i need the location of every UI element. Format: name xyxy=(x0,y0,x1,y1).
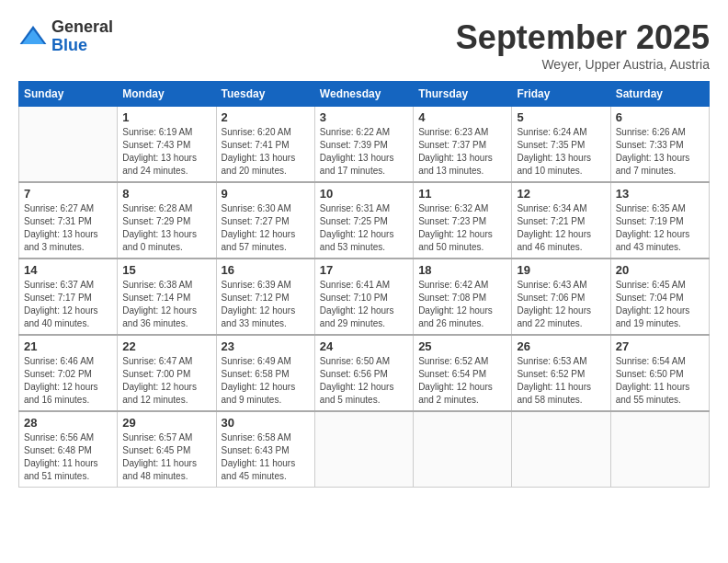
day-number: 20 xyxy=(616,263,704,277)
day-number: 13 xyxy=(616,187,704,201)
calendar-cell xyxy=(512,411,610,488)
calendar-week-row: 1Sunrise: 6:19 AMSunset: 7:43 PMDaylight… xyxy=(19,107,710,183)
day-info: Sunrise: 6:20 AMSunset: 7:41 PMDaylight:… xyxy=(222,126,310,178)
day-number: 30 xyxy=(222,416,310,430)
day-info: Sunrise: 6:19 AMSunset: 7:43 PMDaylight:… xyxy=(122,126,210,178)
column-header-saturday: Saturday xyxy=(610,82,709,107)
calendar-cell: 16Sunrise: 6:39 AMSunset: 7:12 PMDayligh… xyxy=(216,259,314,335)
day-number: 2 xyxy=(222,110,310,124)
day-number: 14 xyxy=(24,263,112,277)
calendar-cell: 10Sunrise: 6:31 AMSunset: 7:25 PMDayligh… xyxy=(314,182,413,259)
calendar-cell: 19Sunrise: 6:43 AMSunset: 7:06 PMDayligh… xyxy=(512,259,610,335)
day-info: Sunrise: 6:22 AMSunset: 7:39 PMDaylight:… xyxy=(320,126,408,178)
calendar-cell xyxy=(414,411,512,488)
day-info: Sunrise: 6:43 AMSunset: 7:06 PMDaylight:… xyxy=(517,279,605,330)
logo: General Blue xyxy=(18,18,113,55)
day-info: Sunrise: 6:35 AMSunset: 7:19 PMDaylight:… xyxy=(616,202,704,254)
calendar-cell: 6Sunrise: 6:26 AMSunset: 7:33 PMDaylight… xyxy=(610,107,709,183)
day-info: Sunrise: 6:53 AMSunset: 6:52 PMDaylight:… xyxy=(517,355,605,407)
day-info: Sunrise: 6:30 AMSunset: 7:27 PMDaylight:… xyxy=(222,202,310,254)
column-header-thursday: Thursday xyxy=(414,82,512,107)
calendar-cell: 23Sunrise: 6:49 AMSunset: 6:58 PMDayligh… xyxy=(216,335,314,411)
day-info: Sunrise: 6:23 AMSunset: 7:37 PMDaylight:… xyxy=(418,126,506,178)
day-number: 15 xyxy=(122,263,210,277)
calendar-cell: 4Sunrise: 6:23 AMSunset: 7:37 PMDaylight… xyxy=(414,107,512,183)
day-info: Sunrise: 6:46 AMSunset: 7:02 PMDaylight:… xyxy=(24,355,112,407)
day-number: 19 xyxy=(517,263,605,277)
day-info: Sunrise: 6:32 AMSunset: 7:23 PMDaylight:… xyxy=(418,202,506,254)
day-number: 4 xyxy=(418,110,506,124)
calendar-week-row: 14Sunrise: 6:37 AMSunset: 7:17 PMDayligh… xyxy=(19,259,710,335)
day-info: Sunrise: 6:52 AMSunset: 6:54 PMDaylight:… xyxy=(418,355,506,407)
day-number: 24 xyxy=(320,339,408,353)
logo-text: General Blue xyxy=(51,18,113,55)
calendar-cell: 2Sunrise: 6:20 AMSunset: 7:41 PMDaylight… xyxy=(216,107,314,183)
calendar-cell: 24Sunrise: 6:50 AMSunset: 6:56 PMDayligh… xyxy=(314,335,413,411)
day-number: 28 xyxy=(24,416,112,430)
logo-icon xyxy=(18,22,48,52)
calendar-week-row: 28Sunrise: 6:56 AMSunset: 6:48 PMDayligh… xyxy=(19,411,710,488)
day-info: Sunrise: 6:50 AMSunset: 6:56 PMDaylight:… xyxy=(320,355,408,407)
calendar-cell: 18Sunrise: 6:42 AMSunset: 7:08 PMDayligh… xyxy=(414,259,512,335)
calendar-header-row: SundayMondayTuesdayWednesdayThursdayFrid… xyxy=(19,82,710,107)
calendar-cell: 27Sunrise: 6:54 AMSunset: 6:50 PMDayligh… xyxy=(610,335,709,411)
header: General Blue September 2025 Weyer, Upper… xyxy=(18,18,710,72)
calendar-cell: 25Sunrise: 6:52 AMSunset: 6:54 PMDayligh… xyxy=(414,335,512,411)
day-number: 7 xyxy=(24,187,112,201)
day-number: 11 xyxy=(418,187,506,201)
day-info: Sunrise: 6:27 AMSunset: 7:31 PMDaylight:… xyxy=(24,202,112,254)
day-info: Sunrise: 6:47 AMSunset: 7:00 PMDaylight:… xyxy=(122,355,210,407)
day-number: 1 xyxy=(122,110,210,124)
day-info: Sunrise: 6:39 AMSunset: 7:12 PMDaylight:… xyxy=(222,279,310,330)
day-number: 12 xyxy=(517,187,605,201)
title-area: September 2025 Weyer, Upper Austria, Aus… xyxy=(456,18,710,72)
day-info: Sunrise: 6:28 AMSunset: 7:29 PMDaylight:… xyxy=(122,202,210,254)
logo-blue: Blue xyxy=(51,36,87,54)
day-number: 8 xyxy=(122,187,210,201)
month-title: September 2025 xyxy=(456,18,710,57)
day-number: 3 xyxy=(320,110,408,124)
day-info: Sunrise: 6:45 AMSunset: 7:04 PMDaylight:… xyxy=(616,279,704,330)
day-number: 6 xyxy=(616,110,704,124)
column-header-sunday: Sunday xyxy=(19,82,118,107)
calendar-cell xyxy=(19,107,118,183)
day-info: Sunrise: 6:42 AMSunset: 7:08 PMDaylight:… xyxy=(418,279,506,330)
day-number: 21 xyxy=(24,339,112,353)
calendar-cell: 12Sunrise: 6:34 AMSunset: 7:21 PMDayligh… xyxy=(512,182,610,259)
location-title: Weyer, Upper Austria, Austria xyxy=(456,57,710,72)
day-info: Sunrise: 6:37 AMSunset: 7:17 PMDaylight:… xyxy=(24,279,112,330)
day-info: Sunrise: 6:49 AMSunset: 6:58 PMDaylight:… xyxy=(222,355,310,407)
calendar-week-row: 7Sunrise: 6:27 AMSunset: 7:31 PMDaylight… xyxy=(19,182,710,259)
calendar-cell: 5Sunrise: 6:24 AMSunset: 7:35 PMDaylight… xyxy=(512,107,610,183)
calendar-cell: 11Sunrise: 6:32 AMSunset: 7:23 PMDayligh… xyxy=(414,182,512,259)
day-number: 10 xyxy=(320,187,408,201)
calendar-cell xyxy=(314,411,413,488)
calendar-cell: 29Sunrise: 6:57 AMSunset: 6:45 PMDayligh… xyxy=(118,411,216,488)
day-info: Sunrise: 6:24 AMSunset: 7:35 PMDaylight:… xyxy=(517,126,605,178)
day-number: 18 xyxy=(418,263,506,277)
day-number: 22 xyxy=(122,339,210,353)
calendar-cell: 14Sunrise: 6:37 AMSunset: 7:17 PMDayligh… xyxy=(19,259,118,335)
column-header-monday: Monday xyxy=(118,82,216,107)
calendar-cell: 28Sunrise: 6:56 AMSunset: 6:48 PMDayligh… xyxy=(19,411,118,488)
column-header-friday: Friday xyxy=(512,82,610,107)
calendar-cell: 7Sunrise: 6:27 AMSunset: 7:31 PMDaylight… xyxy=(19,182,118,259)
day-info: Sunrise: 6:38 AMSunset: 7:14 PMDaylight:… xyxy=(122,279,210,330)
calendar-cell: 21Sunrise: 6:46 AMSunset: 7:02 PMDayligh… xyxy=(19,335,118,411)
day-info: Sunrise: 6:41 AMSunset: 7:10 PMDaylight:… xyxy=(320,279,408,330)
calendar-table: SundayMondayTuesdayWednesdayThursdayFrid… xyxy=(18,81,710,488)
day-number: 25 xyxy=(418,339,506,353)
day-info: Sunrise: 6:34 AMSunset: 7:21 PMDaylight:… xyxy=(517,202,605,254)
day-info: Sunrise: 6:26 AMSunset: 7:33 PMDaylight:… xyxy=(616,126,704,178)
day-info: Sunrise: 6:58 AMSunset: 6:43 PMDaylight:… xyxy=(222,431,310,483)
day-number: 27 xyxy=(616,339,704,353)
calendar-cell: 8Sunrise: 6:28 AMSunset: 7:29 PMDaylight… xyxy=(118,182,216,259)
calendar-cell: 3Sunrise: 6:22 AMSunset: 7:39 PMDaylight… xyxy=(314,107,413,183)
column-header-wednesday: Wednesday xyxy=(314,82,413,107)
day-info: Sunrise: 6:54 AMSunset: 6:50 PMDaylight:… xyxy=(616,355,704,407)
calendar-cell: 30Sunrise: 6:58 AMSunset: 6:43 PMDayligh… xyxy=(216,411,314,488)
day-number: 23 xyxy=(222,339,310,353)
day-info: Sunrise: 6:56 AMSunset: 6:48 PMDaylight:… xyxy=(24,431,112,483)
day-number: 29 xyxy=(122,416,210,430)
calendar-week-row: 21Sunrise: 6:46 AMSunset: 7:02 PMDayligh… xyxy=(19,335,710,411)
